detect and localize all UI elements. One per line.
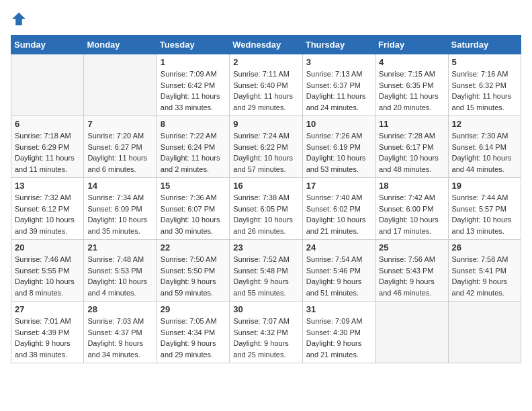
day-info: Sunrise: 7:54 AM Sunset: 5:46 PM Dayligh…: [306, 254, 371, 298]
day-number: 13: [15, 181, 80, 191]
day-number: 19: [452, 181, 517, 191]
day-header-tuesday: Tuesday: [157, 36, 229, 54]
day-cell: 10Sunrise: 7:26 AM Sunset: 6:19 PM Dayli…: [302, 116, 375, 178]
day-cell: 25Sunrise: 7:56 AM Sunset: 5:43 PM Dayli…: [375, 240, 448, 302]
day-number: 21: [87, 242, 152, 253]
day-info: Sunrise: 7:52 AM Sunset: 5:48 PM Dayligh…: [233, 254, 298, 298]
day-number: 24: [306, 242, 371, 253]
day-cell: 29Sunrise: 7:05 AM Sunset: 4:34 PM Dayli…: [157, 302, 229, 363]
day-cell: 9Sunrise: 7:24 AM Sunset: 6:22 PM Daylig…: [230, 116, 302, 178]
day-cell: 19Sunrise: 7:44 AM Sunset: 5:57 PM Dayli…: [448, 178, 521, 240]
day-info: Sunrise: 7:07 AM Sunset: 4:32 PM Dayligh…: [233, 316, 298, 360]
day-cell: 15Sunrise: 7:36 AM Sunset: 6:07 PM Dayli…: [157, 178, 229, 240]
day-info: Sunrise: 7:48 AM Sunset: 5:53 PM Dayligh…: [87, 254, 152, 298]
week-row-2: 6Sunrise: 7:18 AM Sunset: 6:29 PM Daylig…: [11, 116, 521, 178]
day-info: Sunrise: 7:36 AM Sunset: 6:07 PM Dayligh…: [161, 192, 226, 236]
day-cell: [84, 54, 157, 116]
calendar-table: SundayMondayTuesdayWednesdayThursdayFrid…: [11, 35, 521, 363]
day-info: Sunrise: 7:11 AM Sunset: 6:40 PM Dayligh…: [233, 68, 298, 113]
day-info: Sunrise: 7:15 AM Sunset: 6:35 PM Dayligh…: [379, 68, 444, 113]
day-number: 29: [161, 304, 226, 314]
day-header-sunday: Sunday: [11, 36, 84, 54]
day-info: Sunrise: 7:18 AM Sunset: 6:29 PM Dayligh…: [15, 130, 80, 175]
day-number: 3: [306, 57, 371, 67]
day-info: Sunrise: 7:20 AM Sunset: 6:27 PM Dayligh…: [87, 130, 152, 175]
day-cell: 4Sunrise: 7:15 AM Sunset: 6:35 PM Daylig…: [375, 54, 448, 116]
week-row-1: 1Sunrise: 7:09 AM Sunset: 6:42 PM Daylig…: [11, 54, 521, 116]
day-info: Sunrise: 7:38 AM Sunset: 6:05 PM Dayligh…: [233, 192, 298, 236]
day-cell: 21Sunrise: 7:48 AM Sunset: 5:53 PM Dayli…: [84, 240, 157, 302]
day-cell: 16Sunrise: 7:38 AM Sunset: 6:05 PM Dayli…: [230, 178, 302, 240]
header-row: SundayMondayTuesdayWednesdayThursdayFrid…: [11, 36, 521, 54]
day-header-wednesday: Wednesday: [230, 36, 302, 54]
day-header-friday: Friday: [375, 36, 448, 54]
day-info: Sunrise: 7:34 AM Sunset: 6:09 PM Dayligh…: [87, 192, 152, 236]
day-cell: 28Sunrise: 7:03 AM Sunset: 4:37 PM Dayli…: [84, 302, 157, 363]
day-header-saturday: Saturday: [448, 36, 521, 54]
day-number: 14: [87, 181, 152, 191]
svg-marker-0: [12, 12, 25, 25]
day-cell: 14Sunrise: 7:34 AM Sunset: 6:09 PM Dayli…: [84, 178, 157, 240]
day-number: 31: [306, 304, 371, 314]
day-info: Sunrise: 7:03 AM Sunset: 4:37 PM Dayligh…: [87, 316, 152, 360]
day-number: 4: [379, 57, 444, 67]
day-info: Sunrise: 7:16 AM Sunset: 6:32 PM Dayligh…: [452, 68, 517, 113]
day-number: 28: [87, 304, 152, 314]
day-info: Sunrise: 7:30 AM Sunset: 6:14 PM Dayligh…: [452, 130, 517, 175]
day-number: 7: [87, 119, 152, 129]
day-cell: 6Sunrise: 7:18 AM Sunset: 6:29 PM Daylig…: [11, 116, 84, 178]
day-number: 5: [452, 57, 517, 67]
day-info: Sunrise: 7:09 AM Sunset: 6:42 PM Dayligh…: [161, 68, 226, 113]
day-cell: [375, 302, 448, 363]
day-info: Sunrise: 7:05 AM Sunset: 4:34 PM Dayligh…: [161, 316, 226, 360]
day-cell: 7Sunrise: 7:20 AM Sunset: 6:27 PM Daylig…: [84, 116, 157, 178]
day-cell: 18Sunrise: 7:42 AM Sunset: 6:00 PM Dayli…: [375, 178, 448, 240]
day-info: Sunrise: 7:28 AM Sunset: 6:17 PM Dayligh…: [379, 130, 444, 175]
logo: [11, 11, 30, 27]
day-cell: 17Sunrise: 7:40 AM Sunset: 6:02 PM Dayli…: [302, 178, 375, 240]
day-number: 15: [161, 181, 226, 191]
day-number: 6: [15, 119, 80, 129]
day-info: Sunrise: 7:58 AM Sunset: 5:41 PM Dayligh…: [452, 254, 517, 298]
day-number: 18: [379, 181, 444, 191]
week-row-5: 27Sunrise: 7:01 AM Sunset: 4:39 PM Dayli…: [11, 302, 521, 363]
day-cell: 1Sunrise: 7:09 AM Sunset: 6:42 PM Daylig…: [157, 54, 229, 116]
day-info: Sunrise: 7:09 AM Sunset: 4:30 PM Dayligh…: [306, 316, 371, 360]
day-cell: [448, 302, 521, 363]
day-cell: 26Sunrise: 7:58 AM Sunset: 5:41 PM Dayli…: [448, 240, 521, 302]
day-number: 9: [233, 119, 298, 129]
day-info: Sunrise: 7:42 AM Sunset: 6:00 PM Dayligh…: [379, 192, 444, 236]
day-number: 8: [161, 119, 226, 129]
day-info: Sunrise: 7:40 AM Sunset: 6:02 PM Dayligh…: [306, 192, 371, 236]
day-cell: 22Sunrise: 7:50 AM Sunset: 5:50 PM Dayli…: [157, 240, 229, 302]
day-info: Sunrise: 7:01 AM Sunset: 4:39 PM Dayligh…: [15, 316, 80, 360]
page-header: [11, 11, 521, 27]
day-info: Sunrise: 7:26 AM Sunset: 6:19 PM Dayligh…: [306, 130, 371, 175]
day-header-monday: Monday: [84, 36, 157, 54]
day-info: Sunrise: 7:46 AM Sunset: 5:55 PM Dayligh…: [15, 254, 80, 298]
day-number: 11: [379, 119, 444, 129]
day-cell: 11Sunrise: 7:28 AM Sunset: 6:17 PM Dayli…: [375, 116, 448, 178]
day-cell: 13Sunrise: 7:32 AM Sunset: 6:12 PM Dayli…: [11, 178, 84, 240]
day-cell: 2Sunrise: 7:11 AM Sunset: 6:40 PM Daylig…: [230, 54, 302, 116]
day-cell: 31Sunrise: 7:09 AM Sunset: 4:30 PM Dayli…: [302, 302, 375, 363]
day-info: Sunrise: 7:50 AM Sunset: 5:50 PM Dayligh…: [161, 254, 226, 298]
day-number: 16: [233, 181, 298, 191]
day-number: 22: [161, 242, 226, 253]
day-info: Sunrise: 7:22 AM Sunset: 6:24 PM Dayligh…: [161, 130, 226, 175]
day-cell: 3Sunrise: 7:13 AM Sunset: 6:37 PM Daylig…: [302, 54, 375, 116]
day-info: Sunrise: 7:32 AM Sunset: 6:12 PM Dayligh…: [15, 192, 80, 236]
day-info: Sunrise: 7:13 AM Sunset: 6:37 PM Dayligh…: [306, 68, 371, 113]
day-cell: 23Sunrise: 7:52 AM Sunset: 5:48 PM Dayli…: [230, 240, 302, 302]
day-number: 10: [306, 119, 371, 129]
week-row-4: 20Sunrise: 7:46 AM Sunset: 5:55 PM Dayli…: [11, 240, 521, 302]
day-number: 25: [379, 242, 444, 253]
day-number: 23: [233, 242, 298, 253]
day-cell: 12Sunrise: 7:30 AM Sunset: 6:14 PM Dayli…: [448, 116, 521, 178]
day-number: 27: [15, 304, 80, 314]
day-number: 12: [452, 119, 517, 129]
day-info: Sunrise: 7:56 AM Sunset: 5:43 PM Dayligh…: [379, 254, 444, 298]
day-cell: 5Sunrise: 7:16 AM Sunset: 6:32 PM Daylig…: [448, 54, 521, 116]
day-header-thursday: Thursday: [302, 36, 375, 54]
day-cell: 27Sunrise: 7:01 AM Sunset: 4:39 PM Dayli…: [11, 302, 84, 363]
